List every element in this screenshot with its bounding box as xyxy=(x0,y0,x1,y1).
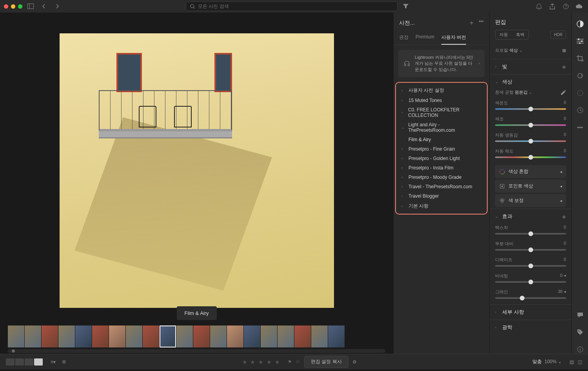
slider-비네팅[interactable]: 비네팅0 ◂ xyxy=(490,272,572,288)
close-window[interactable] xyxy=(4,4,8,9)
main-photo[interactable] xyxy=(60,33,334,308)
slider-색온도[interactable]: 색온도0 xyxy=(490,99,572,115)
mode-auto-button[interactable]: 자동 xyxy=(495,30,512,39)
preset-group[interactable]: ›기본 사항 xyxy=(396,201,487,211)
preset-group[interactable]: ›사용자 사전 설정 xyxy=(396,85,487,96)
preset-group[interactable]: ›Travel - ThePresetsRoom.com xyxy=(396,182,487,191)
thumbnail[interactable] xyxy=(8,326,24,347)
thumbnail[interactable] xyxy=(311,326,328,347)
copy-settings-button[interactable]: 편집 설정 복사 xyxy=(304,356,348,368)
tag-icon[interactable] xyxy=(576,328,584,336)
community-promo[interactable]: Lightroom 커뮤니티에서는 5만 개가 넘는 무료 사전 설정을 다운로… xyxy=(398,50,485,77)
maximize-window[interactable] xyxy=(18,4,22,9)
notifications-icon[interactable] xyxy=(534,1,544,11)
thumbnail[interactable] xyxy=(328,326,345,347)
preset-group[interactable]: ›Presetpro - Golden Light xyxy=(396,154,487,163)
slider-색조[interactable]: 색조0 xyxy=(490,115,572,131)
thumb-view-button[interactable] xyxy=(15,358,24,366)
crop-tool-icon[interactable] xyxy=(576,54,584,63)
sliders-tool-icon[interactable] xyxy=(576,37,584,45)
profile-value[interactable]: 색상 xyxy=(509,48,518,53)
filmstrip[interactable] xyxy=(0,325,393,348)
mode-bw-button[interactable]: 흑백 xyxy=(512,30,528,39)
hdr-button[interactable]: HDR xyxy=(550,31,566,39)
minimize-window[interactable] xyxy=(11,4,15,9)
thumbnail[interactable] xyxy=(193,326,210,347)
thumbnail[interactable] xyxy=(75,326,92,347)
grid-view-button[interactable] xyxy=(6,358,15,366)
thumbnail[interactable] xyxy=(25,326,41,347)
share-icon[interactable] xyxy=(547,1,557,11)
more-options-icon[interactable]: ••• xyxy=(479,19,484,27)
preset-group-expanded[interactable]: ⌄Light and Airy - ThePresetsRoom.com xyxy=(396,120,487,135)
thumbnail[interactable] xyxy=(58,326,75,347)
preset-group[interactable]: ›15 Muted Tones xyxy=(396,96,487,105)
slider-그레인[interactable]: 그레인38 ◂ xyxy=(490,288,572,304)
profile-grid-icon[interactable]: ▦ xyxy=(562,48,566,53)
section-light[interactable]: ›빛 ◉ xyxy=(490,59,572,74)
preset-group[interactable]: ›Travel Blogger xyxy=(396,191,487,201)
thumbnail[interactable] xyxy=(42,326,58,347)
sort-icon[interactable]: ≡▾ xyxy=(51,359,56,365)
search-box[interactable] xyxy=(186,2,397,11)
versions-tool-icon[interactable] xyxy=(576,106,584,115)
slider-부분 대비[interactable]: 부분 대비0 xyxy=(490,240,572,256)
thumbnail[interactable] xyxy=(176,326,193,347)
section-effects[interactable]: ⌄효과 ◉ xyxy=(490,209,572,224)
color-grading-button[interactable]: 색 보정 ◂ xyxy=(495,194,566,207)
color-mixer-button[interactable]: 색상 혼합 ◂ xyxy=(495,165,566,178)
fit-label[interactable]: 맞춤 xyxy=(532,359,542,364)
thumbnail[interactable] xyxy=(143,326,159,347)
histogram-icon[interactable]: ▤ xyxy=(570,359,574,365)
flag-reject-icon[interactable]: ⚐ xyxy=(296,359,300,365)
edit-tool-icon[interactable] xyxy=(576,20,584,28)
thumbnail[interactable] xyxy=(109,326,125,347)
masking-tool-icon[interactable] xyxy=(576,89,584,97)
cloud-sync-icon[interactable] xyxy=(574,1,584,11)
wb-value[interactable]: 원본값 xyxy=(515,90,528,95)
nav-forward-icon[interactable] xyxy=(52,1,62,11)
preset-group[interactable]: ›Presetpro - Fine Grain xyxy=(396,144,487,154)
slider-텍스처[interactable]: 텍스처0 xyxy=(490,224,572,240)
eye-icon[interactable]: ◉ xyxy=(562,64,566,69)
slider-자동 생동감[interactable]: 자동 생동감0 xyxy=(490,131,572,147)
search-input[interactable] xyxy=(198,4,393,9)
preset-item[interactable]: Film & Airy xyxy=(396,135,487,144)
slider-자동 채도[interactable]: 자동 채도0 xyxy=(490,147,572,164)
healing-tool-icon[interactable] xyxy=(576,71,584,80)
thumbnail[interactable] xyxy=(227,326,243,347)
nav-back-icon[interactable] xyxy=(39,1,49,11)
detail-view-button[interactable] xyxy=(34,358,43,366)
comments-icon[interactable] xyxy=(576,311,584,319)
star-rating[interactable]: ★ ★ ★ ★ ★ xyxy=(242,359,281,365)
filter-icon[interactable] xyxy=(401,1,411,11)
thumbnail[interactable] xyxy=(92,326,109,347)
thumbnail[interactable] xyxy=(210,326,227,347)
add-preset-icon[interactable]: ＋ xyxy=(468,19,475,27)
tab-premium[interactable]: Premium xyxy=(416,31,434,45)
more-tool-icon[interactable]: ••• xyxy=(576,123,584,132)
compare-view-button[interactable] xyxy=(25,358,33,366)
help-icon[interactable]: ? xyxy=(561,1,571,11)
thumbnail[interactable] xyxy=(294,326,311,347)
section-optics[interactable]: ›광학 xyxy=(490,320,572,335)
section-detail[interactable]: ›세부 사항 xyxy=(490,305,572,320)
filmstrip-scrollbar[interactable] xyxy=(8,349,385,353)
flag-pick-icon[interactable]: ⚑ xyxy=(288,359,292,365)
preset-group[interactable]: ›C0. FREE LOOKFILTER COLLECTION xyxy=(396,105,487,120)
thumbnail[interactable] xyxy=(261,326,277,347)
thumbnail[interactable] xyxy=(278,326,294,347)
tab-recommended[interactable]: 권장 xyxy=(399,31,408,45)
point-color-button[interactable]: 포인트 색상 ◂ xyxy=(495,180,566,193)
sidebar-toggle-icon[interactable] xyxy=(25,1,36,11)
info-icon[interactable]: i xyxy=(576,345,584,354)
gear-icon[interactable]: ⚙ xyxy=(62,359,66,365)
zoom-value[interactable]: 100% xyxy=(544,359,557,364)
eyedropper-icon[interactable] xyxy=(561,90,566,95)
eye-icon[interactable]: ◉ xyxy=(562,214,566,219)
tab-user[interactable]: 사용자 버전 xyxy=(441,31,466,45)
preset-group[interactable]: ›Presetpro - Insta Film xyxy=(396,163,487,173)
settings-gear-icon[interactable]: ⚙ xyxy=(352,359,357,365)
thumbnail-selected[interactable] xyxy=(160,326,176,347)
thumbnail[interactable] xyxy=(126,326,142,347)
